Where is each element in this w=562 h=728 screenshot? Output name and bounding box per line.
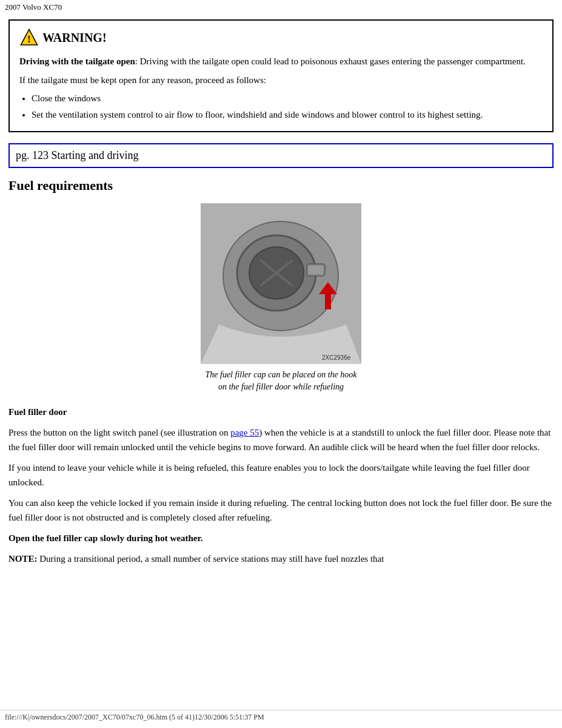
fuel-image-caption: The fuel filler cap can be placed on the… [206,369,357,393]
fuel-cap-image: 2XC2936e [201,203,361,364]
fuel-filler-text4: You can also keep the vehicle locked if … [8,498,552,522]
fuel-filler-text1: Press the button on the light switch pan… [8,428,230,437]
page-55-link[interactable]: page 55 [230,428,259,437]
warning-bullet-1: Close the windows [32,92,543,106]
page-header-title: 2007 Volvo XC70 [5,2,62,12]
fuel-filler-door-heading: Fuel filler door [8,407,67,417]
fuel-filler-para1: Press the button on the light switch pan… [8,425,554,454]
warning-triangle-icon: ! [19,28,39,47]
warning-driving-text: : Driving with the tailgate open could l… [135,56,526,66]
warning-list: Close the windows Set the ventilation sy… [32,92,543,121]
warning-box: ! WARNING! Driving with the tailgate ope… [8,19,554,132]
note-paragraph: NOTE: During a transitional period, a sm… [8,551,554,566]
fuel-filler-para3: You can also keep the vehicle locked if … [8,496,554,525]
page-header: 2007 Volvo XC70 [0,0,562,15]
fuel-caption-line2: on the fuel filler door while refueling [218,382,344,391]
note-bold: NOTE: [8,554,38,564]
note-text: During a transitional period, a small nu… [38,554,384,564]
fuel-filler-bold-note: Open the fuel filler cap slowly during h… [8,533,202,543]
warning-bullet-2: Set the ventilation system control to ai… [32,108,543,122]
warning-title: WARNING! [42,31,107,45]
page-nav-box: pg. 123 Starting and driving [8,143,554,168]
fuel-filler-para2: If you intend to leave your vehicle whil… [8,460,554,490]
fuel-caption-line1: The fuel filler cap can be placed on the… [206,370,357,379]
svg-text:2XC2936e: 2XC2936e [322,354,351,361]
fuel-filler-heading-para: Fuel filler door [8,405,554,419]
fuel-filler-section: Fuel filler door Press the button on the… [8,405,554,545]
fuel-requirements-heading: Fuel requirements [8,178,554,194]
svg-rect-9 [309,266,323,274]
warning-if-text: If the tailgate must be kept open for an… [19,73,543,87]
warning-driving-para: Driving with the tailgate open: Driving … [19,55,543,69]
footer-text: file:///K|/ownersdocs/2007/2007_XC70/07x… [5,713,264,721]
page-footer: file:///K|/ownersdocs/2007/2007_XC70/07x… [0,710,562,724]
warning-body: Driving with the tailgate open: Driving … [19,55,543,121]
svg-text:!: ! [27,34,30,44]
warning-title-row: ! WARNING! [19,28,543,47]
fuel-filler-hot-weather: Open the fuel filler cap slowly during h… [8,531,554,545]
warning-driving-bold: Driving with the tailgate open [19,56,135,66]
page-nav-text: pg. 123 Starting and driving [16,149,138,161]
fuel-image-container: 2XC2936e The fuel filler cap can be plac… [0,203,562,393]
